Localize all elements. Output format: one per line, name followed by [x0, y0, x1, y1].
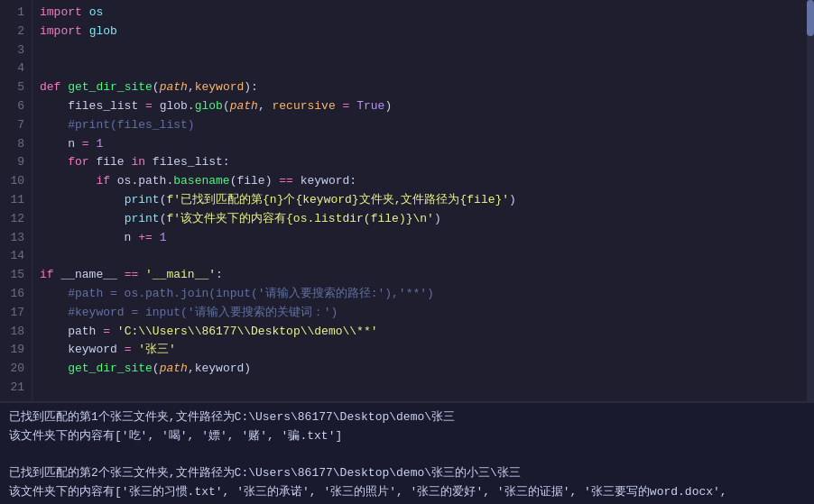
code-line: if __name__ == '__main__':: [40, 266, 807, 285]
var-token: keyword:: [293, 174, 356, 188]
code-line: import glob: [40, 23, 807, 41]
var-token: os.path.: [110, 174, 173, 188]
string-f-token: f'已找到匹配的第{n}个{keyword}文件夹,文件路径为{file}': [166, 193, 509, 206]
line-number: 19: [7, 341, 24, 360]
code-line: #keyword = input('请输入要搜索的关键词：'): [40, 304, 807, 323]
comment-token: #keyword = input('请输入要搜索的关键词：'): [40, 306, 338, 319]
var-token: [40, 362, 68, 375]
output-line: [9, 445, 805, 464]
code-line: keyword = '张三': [40, 341, 807, 360]
var-token: (: [223, 99, 230, 113]
output-line: 已找到匹配的第2个张三文件夹,文件路径为C:\Users\86177\Deskt…: [9, 464, 805, 483]
var-token: files_list: [40, 99, 145, 113]
var-token: n: [40, 137, 82, 151]
var-token: file: [89, 155, 132, 169]
scrollbar-thumb[interactable]: [807, 0, 814, 36]
fn-token: glob: [195, 99, 223, 113]
scrollbar[interactable]: [807, 0, 814, 401]
comment-token: #path = os.path.join(input('请输入要搜索的路径:')…: [40, 287, 434, 300]
code-line: #print(files_list): [40, 116, 807, 135]
var-token: ,keyword): [188, 362, 251, 375]
line-number: 18: [7, 323, 24, 342]
code-content[interactable]: import osimport glob def get_dir_site(pa…: [32, 0, 814, 401]
string-token: 'C:\\Users\\86177\\Desktop\\demo\\**': [117, 325, 378, 338]
kw-token: import: [40, 5, 82, 19]
eq-token: ==: [125, 268, 139, 281]
kw-token: in: [131, 155, 145, 169]
var-token: (file): [230, 174, 280, 188]
output-line: 该文件夹下的内容有['张三的习惯.txt', '张三的承诺', '张三的照片',…: [9, 483, 805, 502]
code-line: n = 1: [40, 135, 807, 154]
var-token: ,: [258, 99, 273, 113]
param-token: recursive: [273, 99, 336, 113]
code-line: import os: [40, 4, 807, 23]
code-container: 123456789101112131415161718192021 import…: [0, 0, 814, 401]
var-token: [153, 231, 160, 244]
code-line: path = 'C:\\Users\\86177\\Desktop\\demo\…: [40, 323, 807, 342]
string-f-token: f'该文件夹下的内容有{os.listdir(file)}\n': [166, 212, 433, 225]
code-line: if os.path.basename(file) == keyword:: [40, 172, 807, 191]
code-line: def get_dir_site(path,keyword):: [40, 78, 807, 97]
var-token: ,: [188, 80, 195, 94]
num-token: 1: [96, 137, 103, 151]
code-line: files_list = glob.glob(path, recursive =…: [40, 97, 807, 116]
builtin-token: print: [125, 193, 160, 206]
line-number: 9: [7, 153, 24, 172]
fn-token: basename: [173, 174, 229, 188]
param-italic-token: path: [230, 99, 258, 113]
var-token: __name__: [54, 268, 125, 281]
var-token: path: [40, 325, 103, 338]
output-line: 该文件夹下的内容有['吃', '喝', '嫖', '赌', '骗.txt']: [9, 427, 805, 446]
code-line: [40, 379, 807, 398]
var-token: ): [384, 99, 392, 113]
kw-token: for: [40, 155, 89, 169]
var-token: keyword: [40, 343, 125, 356]
editor-area: 123456789101112131415161718192021 import…: [0, 0, 814, 401]
line-number: 21: [7, 379, 24, 398]
line-number: 15: [7, 266, 24, 285]
code-line: [40, 60, 807, 78]
line-numbers: 123456789101112131415161718192021: [0, 0, 32, 401]
code-line: [40, 41, 807, 60]
eq-token: =: [103, 325, 110, 338]
line-number: 2: [7, 23, 24, 41]
var-token: [40, 212, 125, 225]
param-token: keyword: [195, 80, 245, 94]
kw-token: if: [40, 268, 54, 281]
var-token: (: [153, 362, 160, 375]
var-token: files_list:: [145, 155, 230, 169]
fn-token: get_dir_site: [68, 80, 153, 94]
param-italic-token: path: [160, 362, 188, 375]
var-token: (: [153, 80, 160, 94]
var-token: ): [509, 193, 516, 206]
var-token: [336, 99, 343, 113]
line-number: 12: [7, 210, 24, 229]
eq-token: +=: [138, 231, 153, 244]
line-number: 5: [7, 78, 24, 97]
module-token: os: [89, 5, 104, 19]
comment-token: #print(files_list): [40, 118, 195, 132]
string-token: '张三': [138, 343, 176, 356]
line-number: 11: [7, 191, 24, 210]
var-token: [40, 193, 125, 206]
var-token: [349, 99, 356, 113]
line-number: 4: [7, 60, 24, 78]
line-number: 17: [7, 304, 24, 323]
line-number: 8: [7, 135, 24, 154]
true-kw-token: True: [356, 99, 384, 113]
code-line: get_dir_site(path,keyword): [40, 360, 807, 379]
name-main-token: '__main__': [145, 268, 216, 281]
fn-token: get_dir_site: [68, 362, 153, 375]
kw-token: def: [40, 80, 60, 94]
code-line: n += 1: [40, 229, 807, 248]
var-token: [138, 268, 145, 281]
eq-token: =: [82, 137, 89, 151]
output-area: 已找到匹配的第1个张三文件夹,文件路径为C:\Users\86177\Deskt…: [0, 401, 814, 504]
param-italic-token: path: [160, 80, 188, 94]
num-token: 1: [160, 231, 167, 244]
line-number: 1: [7, 4, 24, 23]
line-number: 7: [7, 116, 24, 135]
line-number: 10: [7, 172, 24, 191]
code-line: [40, 247, 807, 266]
code-line: print(f'该文件夹下的内容有{os.listdir(file)}\n'): [40, 210, 807, 229]
